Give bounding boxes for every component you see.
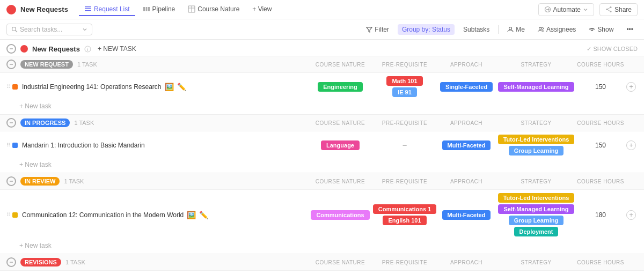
group-by-status-action[interactable]: Group by: Status <box>398 24 455 35</box>
collapse-group-btn[interactable] <box>6 176 16 186</box>
search-box[interactable]: Search tasks... <box>6 24 92 35</box>
svg-rect-3 <box>143 7 145 11</box>
new-task-header-btn[interactable]: + NEW TASK <box>98 45 136 53</box>
hours-value: 150 <box>595 142 606 149</box>
new-task-row[interactable]: + New task <box>0 159 644 173</box>
subtasks-action[interactable]: Subtasks <box>459 24 494 35</box>
prereq-pill: IE 91 <box>392 87 417 97</box>
filter-action[interactable]: Filter <box>362 24 393 35</box>
col-header-approach: APPROACH <box>437 62 496 68</box>
col-header-course-nature: COURSE NATURE <box>308 120 372 126</box>
approach-cell: Multi-Faceted <box>437 140 496 150</box>
group-row-revisions: REVISIONS 1 TASK COURSE NATUREPRE-REQUIS… <box>0 254 644 270</box>
tab-request-list[interactable]: Request List <box>79 3 135 16</box>
collapse-section-btn[interactable] <box>6 44 16 54</box>
col-header-course-hours: COURSE HOURS <box>576 62 625 68</box>
new-task-row[interactable]: + New task <box>0 100 644 114</box>
svg-point-17 <box>509 27 512 29</box>
task-icon: ✏️ <box>177 83 186 91</box>
collapse-group-btn[interactable] <box>6 118 16 128</box>
strategy-pill: Self-Managed Learning <box>498 204 574 214</box>
svg-rect-5 <box>148 7 150 11</box>
task-count: 1 TASK <box>65 259 85 265</box>
col-header-strategy: STRATEGY <box>496 62 576 68</box>
strategy-cell: Self-Managed Learning <box>496 82 576 92</box>
svg-point-19 <box>541 27 543 29</box>
new-task-row[interactable]: + New task <box>0 240 644 254</box>
svg-rect-2 <box>85 10 91 11</box>
nature-pill: Language <box>321 140 360 150</box>
add-task-btn[interactable]: + <box>626 82 636 92</box>
approach-pill: Multi-Faceted <box>442 210 491 220</box>
automate-button[interactable]: Automate <box>538 3 594 16</box>
show-closed-btn[interactable]: ✓ SHOW CLOSED <box>587 46 638 53</box>
task-row: ⠿ Engineering Science 14: Thermodynamics… <box>0 270 644 274</box>
svg-line-14 <box>607 10 611 12</box>
svg-line-16 <box>16 30 18 32</box>
approach-pill: Multi-Faceted <box>442 140 491 150</box>
drag-handle[interactable]: ⠿ <box>6 84 10 90</box>
svg-rect-4 <box>145 7 147 11</box>
info-icon: i <box>84 46 91 53</box>
approach-cell: Multi-Faceted <box>437 210 496 220</box>
hours-value: 180 <box>595 211 606 219</box>
strategy-pill: Group Learning <box>509 146 564 155</box>
task-name: Communication 12: Communication in the M… <box>22 211 308 219</box>
search-icon <box>11 26 18 33</box>
collapse-group-btn[interactable] <box>6 257 16 267</box>
toolbar-separator <box>498 25 499 34</box>
col-header-course-nature: COURSE NATURE <box>308 179 372 184</box>
me-action[interactable]: Me <box>503 24 529 35</box>
task-values: Engineering Math 101IE 91 Single-Faceted… <box>308 76 638 97</box>
assignees-icon <box>538 26 544 33</box>
task-values: Communications Communications 1English 1… <box>308 193 638 236</box>
chevron-down-icon <box>583 7 588 12</box>
section-header: New Requests i + NEW TASK ✓ SHOW CLOSED <box>0 40 644 56</box>
show-icon <box>589 26 595 33</box>
svg-point-18 <box>539 27 541 29</box>
filter-icon <box>366 26 372 33</box>
tab-view[interactable]: + View <box>247 3 277 16</box>
svg-point-15 <box>12 27 16 31</box>
nature-cell: Communications <box>308 210 372 220</box>
app-title: New Requests <box>20 5 68 13</box>
add-task-btn[interactable]: + <box>626 140 636 150</box>
prereq-pill: Math 101 <box>386 76 422 86</box>
collapse-group-btn[interactable] <box>6 60 16 69</box>
drag-handle[interactable]: ⠿ <box>6 212 10 218</box>
chevron-down-icon <box>82 27 87 32</box>
tab-pipeline[interactable]: Pipeline <box>137 3 181 16</box>
strategy-pill: Tutor-Led Interventions <box>498 135 575 144</box>
col-header-pre-requisite: PRE-REQUISITE <box>372 120 437 126</box>
drag-handle[interactable]: ⠿ <box>6 142 10 148</box>
prereq-cell: Math 101IE 91 <box>372 76 437 97</box>
hours-cell: 150 <box>576 142 625 149</box>
approach-cell: Single-Faceted <box>437 82 496 92</box>
share-button[interactable]: Share <box>599 3 638 16</box>
col-header-course-nature: COURSE NATURE <box>308 260 372 265</box>
col-header-pre-requisite: PRE-REQUISITE <box>372 260 437 265</box>
strategy-pill: Tutor-Led Interventions <box>498 193 575 203</box>
more-options[interactable]: ••• <box>622 24 638 35</box>
task-values: Language – Multi-Faceted Tutor-Led Inter… <box>308 135 638 155</box>
prereq-cell: Communications 1English 101 <box>372 204 437 225</box>
add-task-btn[interactable]: + <box>626 210 636 220</box>
assignees-action[interactable]: Assignees <box>533 24 580 35</box>
show-action[interactable]: Show <box>584 24 618 35</box>
task-icon: 🖼️ <box>165 83 174 91</box>
hours-cell: 180 <box>576 211 625 219</box>
list-icon <box>84 5 92 13</box>
strategy-cell: Tutor-Led InterventionsSelf-Managed Lear… <box>496 193 576 236</box>
svg-rect-1 <box>85 8 91 9</box>
task-row: ⠿ Mandarin 1: Introduction to Basic Mand… <box>0 131 644 159</box>
col-header-strategy: STRATEGY <box>496 179 576 184</box>
task-priority <box>12 84 18 90</box>
approach-pill: Single-Faceted <box>440 82 493 92</box>
hours-cell: 150 <box>576 83 625 91</box>
col-header-course-hours: COURSE HOURS <box>576 120 625 126</box>
col-header-pre-requisite: PRE-REQUISITE <box>372 62 437 68</box>
tab-course-nature[interactable]: Course Nature <box>182 3 245 16</box>
group-badge: IN PROGRESS <box>20 119 70 127</box>
nature-pill: Engineering <box>318 82 363 92</box>
svg-rect-0 <box>85 6 91 8</box>
